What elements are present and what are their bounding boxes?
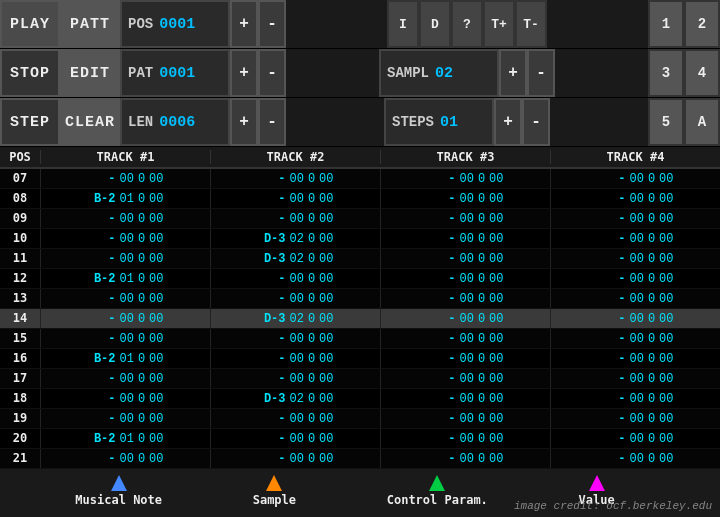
table-row[interactable]: 19 - 00 0 00 - 00 0 00 - 00 0 00 - 00 0 … xyxy=(0,409,720,429)
pos-value: 0001 xyxy=(159,16,195,33)
pat-value: 0001 xyxy=(159,65,195,82)
control-row-3: STEP CLEAR LEN 0006 + - STEPS 01 + - 5 A xyxy=(0,98,720,147)
table-row[interactable]: 11 - 00 0 00 D-3 02 0 00 - 00 0 00 - 00 … xyxy=(0,249,720,269)
control-row-1: PLAY PATT POS 0001 + - I D ? T+ T- 1 2 xyxy=(0,0,720,49)
step-button[interactable]: STEP xyxy=(0,98,60,146)
header-track3: TRACK #3 xyxy=(380,150,550,164)
steps-plus-button[interactable]: + xyxy=(494,98,522,146)
i-button[interactable]: I xyxy=(387,0,419,48)
btn-3[interactable]: 3 xyxy=(648,49,684,97)
patt-button[interactable]: PATT xyxy=(60,0,120,48)
header-track2: TRACK #2 xyxy=(210,150,380,164)
header-track1: TRACK #1 xyxy=(40,150,210,164)
pat-label: PAT xyxy=(128,65,153,81)
note-label: Musical Note xyxy=(75,493,162,507)
musical-note-arrow: Musical Note xyxy=(75,475,162,507)
table-row[interactable]: 08 B-2 01 0 00 - 00 0 00 - 00 0 00 - 00 … xyxy=(0,189,720,209)
len-display: LEN 0006 xyxy=(120,98,230,146)
pos-minus-button[interactable]: - xyxy=(258,0,286,48)
btn-2[interactable]: 2 xyxy=(684,0,720,48)
table-row[interactable]: 18 - 00 0 00 D-3 02 0 00 - 00 0 00 - 00 … xyxy=(0,389,720,409)
pat-plus-button[interactable]: + xyxy=(230,49,258,97)
table-row[interactable]: 15 - 00 0 00 - 00 0 00 - 00 0 00 - 00 0 … xyxy=(0,329,720,349)
q-button[interactable]: ? xyxy=(451,0,483,48)
table-row[interactable]: 20 B-2 01 0 00 - 00 0 00 - 00 0 00 - 00 … xyxy=(0,429,720,449)
table-row[interactable]: 17 - 00 0 00 - 00 0 00 - 00 0 00 - 00 0 … xyxy=(0,369,720,389)
stop-button[interactable]: STOP xyxy=(0,49,60,97)
clear-button[interactable]: CLEAR xyxy=(60,98,120,146)
len-value: 0006 xyxy=(159,114,195,131)
steps-display: STEPS 01 xyxy=(384,98,494,146)
control-row-2: STOP EDIT PAT 0001 + - SAMPL 02 + - 3 4 xyxy=(0,49,720,98)
steps-value: 01 xyxy=(440,114,458,131)
d-button[interactable]: D xyxy=(419,0,451,48)
btn-a[interactable]: A xyxy=(684,98,720,146)
sampl-plus-button[interactable]: + xyxy=(499,49,527,97)
tplus-button[interactable]: T+ xyxy=(483,0,515,48)
sample-arrow-icon xyxy=(266,475,282,491)
pat-display: PAT 0001 xyxy=(120,49,230,97)
sampl-minus-button[interactable]: - xyxy=(527,49,555,97)
table-row[interactable]: 16 B-2 01 0 00 - 00 0 00 - 00 0 00 - 00 … xyxy=(0,349,720,369)
len-label: LEN xyxy=(128,114,153,130)
len-minus-button[interactable]: - xyxy=(258,98,286,146)
steps-minus-button[interactable]: - xyxy=(522,98,550,146)
table-row[interactable]: 07 - 00 0 00 - 00 0 00 - 00 0 00 - 00 0 … xyxy=(0,169,720,189)
table-row[interactable]: 14 - 00 0 00 D-3 02 0 00 - 00 0 00 - 00 … xyxy=(0,309,720,329)
pos-plus-button[interactable]: + xyxy=(230,0,258,48)
table-row[interactable]: 12 B-2 01 0 00 - 00 0 00 - 00 0 00 - 00 … xyxy=(0,269,720,289)
sample-arrow: Sample xyxy=(253,475,296,507)
control-label: Control Param. xyxy=(387,493,488,507)
btn-5[interactable]: 5 xyxy=(648,98,684,146)
control-param-arrow: Control Param. xyxy=(387,475,488,507)
header-pos: POS xyxy=(0,150,40,164)
control-arrow-icon xyxy=(429,475,445,491)
table-row[interactable]: 09 - 00 0 00 - 00 0 00 - 00 0 00 - 00 0 … xyxy=(0,209,720,229)
table-row[interactable]: 21 - 00 0 00 - 00 0 00 - 00 0 00 - 00 0 … xyxy=(0,449,720,469)
sampl-label: SAMPL xyxy=(387,65,429,81)
pat-minus-button[interactable]: - xyxy=(258,49,286,97)
steps-label: STEPS xyxy=(392,114,434,130)
btn-4[interactable]: 4 xyxy=(684,49,720,97)
sequence-body: 07 - 00 0 00 - 00 0 00 - 00 0 00 - 00 0 … xyxy=(0,169,720,469)
edit-button[interactable]: EDIT xyxy=(60,49,120,97)
sample-label: Sample xyxy=(253,493,296,507)
table-row[interactable]: 10 - 00 0 00 D-3 02 0 00 - 00 0 00 - 00 … xyxy=(0,229,720,249)
pos-display: POS 0001 xyxy=(120,0,230,48)
header-track4: TRACK #4 xyxy=(550,150,720,164)
tminus-button[interactable]: T- xyxy=(515,0,547,48)
sampl-value: 02 xyxy=(435,65,453,82)
note-arrow-icon xyxy=(111,475,127,491)
btn-1[interactable]: 1 xyxy=(648,0,684,48)
play-button[interactable]: PLAY xyxy=(0,0,60,48)
seq-header-row: POS TRACK #1 TRACK #2 TRACK #3 TRACK #4 xyxy=(0,147,720,169)
pos-label: POS xyxy=(128,16,153,32)
table-row[interactable]: 13 - 00 0 00 - 00 0 00 - 00 0 00 - 00 0 … xyxy=(0,289,720,309)
credit-text: image credit: ocf.berkeley.edu xyxy=(514,500,712,512)
len-plus-button[interactable]: + xyxy=(230,98,258,146)
sampl-display: SAMPL 02 xyxy=(379,49,499,97)
value-arrow-icon xyxy=(589,475,605,491)
